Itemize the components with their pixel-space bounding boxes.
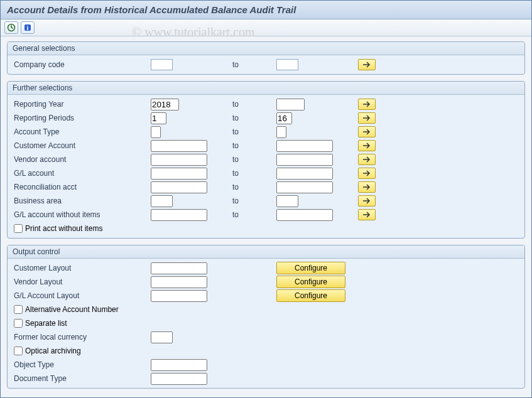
label-object-type: Object Type <box>13 360 151 369</box>
customer-account-from[interactable] <box>151 140 207 152</box>
group-general-selections: General selections Company code to <box>7 41 525 75</box>
configure-gl-layout[interactable]: Configure <box>276 289 345 302</box>
label-vendor-layout: Vendor Layout <box>13 277 151 286</box>
arrow-right-icon <box>362 198 371 204</box>
title-bar: Account Details from Historical Accumula… <box>1 1 531 19</box>
label-gl-no-items: G/L account without items <box>13 210 151 219</box>
arrow-right-icon <box>362 101 371 107</box>
document-type-field[interactable] <box>151 373 207 385</box>
customer-layout-field[interactable] <box>151 262 207 274</box>
label-former-currency: Former local currency <box>13 333 151 342</box>
execute-button[interactable] <box>4 21 18 34</box>
multi-select-reporting-year[interactable] <box>358 99 376 110</box>
group-further-selections: Further selections Reporting Yearto Repo… <box>7 81 525 239</box>
svg-text:i: i <box>27 24 29 31</box>
arrow-right-icon <box>362 212 371 218</box>
separate-list-checkbox[interactable] <box>14 319 23 328</box>
arrow-right-icon <box>362 143 371 149</box>
optical-archiving-checkbox[interactable] <box>14 347 23 355</box>
to-label: to <box>232 183 276 191</box>
arrow-right-icon <box>362 62 371 68</box>
arrow-right-icon <box>362 156 371 163</box>
reconciliation-to[interactable] <box>276 181 333 193</box>
row-company-code: Company code to <box>13 58 519 72</box>
gl-account-to[interactable] <box>276 168 333 180</box>
arrow-right-icon <box>362 129 371 135</box>
arrow-right-icon <box>362 170 371 176</box>
gl-layout-field[interactable] <box>151 290 207 302</box>
multi-select-vendor-account[interactable] <box>358 154 376 165</box>
to-label: to <box>232 100 276 109</box>
account-type-to[interactable] <box>276 126 286 138</box>
to-label: to <box>232 141 276 150</box>
multi-select-gl-account[interactable] <box>358 168 376 179</box>
info-icon: i <box>23 23 32 32</box>
account-type-from[interactable] <box>151 126 161 138</box>
label-document-type: Document Type <box>13 374 151 383</box>
configure-customer-layout[interactable]: Configure <box>276 262 345 274</box>
business-area-from[interactable] <box>151 195 173 207</box>
toolbar: i <box>1 19 531 36</box>
label-customer-account: Customer Account <box>13 141 151 150</box>
label-alt-account: Alternative Account Number <box>25 305 119 314</box>
reporting-year-to[interactable] <box>276 99 305 110</box>
gl-account-from[interactable] <box>151 168 207 180</box>
label-customer-layout: Customer Layout <box>13 264 151 272</box>
to-label: to <box>232 60 276 69</box>
label-business-area: Business area <box>13 196 151 205</box>
to-label: to <box>232 210 276 219</box>
multi-select-reconciliation[interactable] <box>358 181 376 193</box>
label-optical-archiving: Optical archiving <box>25 347 81 355</box>
label-gl-layout: G/L Account Layout <box>13 291 151 300</box>
group-header: Output control <box>8 245 524 259</box>
label-company-code: Company code <box>13 60 151 69</box>
to-label: to <box>232 155 276 164</box>
to-label: to <box>232 169 276 178</box>
clock-run-icon <box>7 23 16 32</box>
reporting-year-from[interactable] <box>151 99 179 110</box>
configure-vendor-layout[interactable]: Configure <box>276 276 345 288</box>
reconciliation-from[interactable] <box>151 181 207 193</box>
content: General selections Company code to Furth… <box>1 36 531 390</box>
gl-no-items-from[interactable] <box>151 209 207 221</box>
label-reporting-periods: Reporting Periods <box>13 114 151 122</box>
to-label: to <box>232 114 276 122</box>
info-button[interactable]: i <box>21 21 35 34</box>
company-code-to[interactable] <box>276 59 298 70</box>
object-type-field[interactable] <box>151 359 207 371</box>
to-label: to <box>232 127 276 136</box>
arrow-right-icon <box>362 115 371 121</box>
label-gl-account: G/L account <box>13 169 151 178</box>
company-code-from[interactable] <box>151 59 173 70</box>
multi-select-business-area[interactable] <box>358 195 376 207</box>
group-header: Further selections <box>8 82 524 95</box>
former-currency-field[interactable] <box>151 331 173 343</box>
multi-select-company-code[interactable] <box>358 59 376 70</box>
multi-select-gl-no-items[interactable] <box>358 209 376 220</box>
vendor-account-from[interactable] <box>151 154 207 166</box>
label-vendor-account: Vendor account <box>13 155 151 164</box>
gl-no-items-to[interactable] <box>276 209 333 221</box>
page-title: Account Details from Historical Accumula… <box>7 4 296 15</box>
multi-select-account-type[interactable] <box>358 126 376 137</box>
row-print-no-items: Print acct without items <box>13 222 519 235</box>
vendor-account-to[interactable] <box>276 154 333 166</box>
multi-select-reporting-periods[interactable] <box>358 112 376 124</box>
alt-account-checkbox[interactable] <box>14 305 23 314</box>
customer-account-to[interactable] <box>276 140 333 152</box>
reporting-periods-from[interactable] <box>151 112 166 124</box>
label-print-no-items: Print acct without items <box>25 224 102 233</box>
group-output-control: Output control Customer LayoutConfigure … <box>7 245 525 389</box>
to-label: to <box>232 196 276 205</box>
label-reconciliation-acct: Reconciliation acct <box>13 183 151 191</box>
label-account-type: Account Type <box>13 127 151 136</box>
multi-select-customer-account[interactable] <box>358 140 376 151</box>
label-reporting-year: Reporting Year <box>13 100 151 109</box>
arrow-right-icon <box>362 184 371 190</box>
vendor-layout-field[interactable] <box>151 276 207 288</box>
business-area-to[interactable] <box>276 195 298 207</box>
reporting-periods-to[interactable] <box>276 112 292 124</box>
label-separate-list: Separate list <box>25 319 67 328</box>
print-no-items-checkbox[interactable] <box>14 224 23 233</box>
group-header: General selections <box>8 42 524 55</box>
